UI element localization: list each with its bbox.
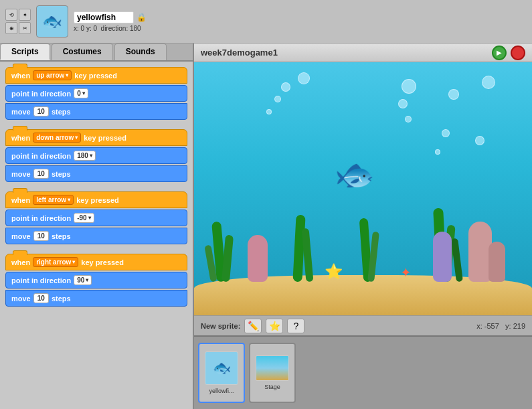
stage-canvas: ⭐ ✦ 🐟 xyxy=(194,62,532,315)
point-label-2: point in direction xyxy=(11,152,71,160)
sprite-coords: x: 0 y: 0 direction: 180 xyxy=(74,25,147,32)
key-dropdown-up[interactable]: up arrow xyxy=(33,70,72,80)
coral-purple xyxy=(433,232,452,282)
left-panel: Scripts Costumes Sounds when up arrow ke… xyxy=(0,44,194,409)
icon-btn-3[interactable]: ⊕ xyxy=(5,22,17,34)
main-content: Scripts Costumes Sounds when up arrow ke… xyxy=(0,44,532,409)
new-sprite-label: New sprite: xyxy=(201,322,240,330)
lock-icon: 🔒 xyxy=(137,13,147,22)
tabs: Scripts Costumes Sounds xyxy=(0,44,193,62)
point-direction-down[interactable]: point in direction 180 xyxy=(5,147,187,164)
move-label-2: move xyxy=(11,170,31,178)
sprite-card-stage[interactable]: Stage xyxy=(249,343,296,403)
dir-dropdown-up[interactable]: 0 xyxy=(74,88,88,98)
sprites-shelf: 🐟 yellowfi... Stage xyxy=(194,335,532,409)
bubble xyxy=(402,79,416,94)
bubble xyxy=(281,82,290,92)
coords-display: x: -557 y: 219 xyxy=(476,322,525,330)
y-coord: y: 219 xyxy=(505,322,525,330)
icon-btn-1[interactable]: ⟲ xyxy=(5,9,17,21)
starfish-right: ✦ xyxy=(400,264,412,280)
tab-sounds[interactable]: Sounds xyxy=(114,44,167,60)
random-sprite-button[interactable]: ? xyxy=(287,319,304,333)
coral-pink-left xyxy=(248,235,268,282)
script-group-left: when left arrow key pressed point in dir… xyxy=(5,191,187,244)
bubble xyxy=(442,129,450,137)
title-bar: week7demogame1 ▶ xyxy=(194,44,532,62)
icon-btn-4[interactable]: ✂ xyxy=(19,22,31,34)
steps-val-left[interactable]: 10 xyxy=(33,231,49,241)
green-flag-button[interactable]: ▶ xyxy=(492,46,507,60)
key-pressed-label-3: key pressed xyxy=(76,196,119,204)
move-down[interactable]: move 10 steps xyxy=(5,165,187,182)
key-dropdown-right[interactable]: right arrow xyxy=(33,257,78,267)
when-right-block[interactable]: when right arrow key pressed xyxy=(5,254,187,270)
move-label-3: move xyxy=(11,232,31,240)
paint-sprite-button[interactable]: ✏️ xyxy=(244,319,262,333)
steps-val-down[interactable]: 10 xyxy=(33,169,49,179)
when-down-block[interactable]: when down arrow key pressed xyxy=(5,129,187,146)
sprite-card-label-yellowfish: yellowfi... xyxy=(209,388,234,394)
bubble xyxy=(398,99,408,108)
when-up-block[interactable]: when up arrow key pressed xyxy=(5,67,187,84)
bubble xyxy=(266,109,272,114)
when-label-1: when xyxy=(11,72,30,80)
script-group-down: when down arrow key pressed point in dir… xyxy=(5,129,187,182)
dir-dropdown-left[interactable]: -90 xyxy=(74,213,94,223)
sprite-card-img-yellowfish: 🐟 xyxy=(205,351,238,385)
right-panel: week7demogame1 ▶ xyxy=(194,44,532,409)
when-label-2: when xyxy=(11,134,30,142)
point-label-3: point in direction xyxy=(11,214,71,222)
title-controls: ▶ xyxy=(492,46,525,60)
steps-val-up[interactable]: 10 xyxy=(33,106,49,116)
steps-val-right[interactable]: 10 xyxy=(33,293,49,303)
move-up[interactable]: move 10 steps xyxy=(5,103,187,120)
scripts-area: when up arrow key pressed point in direc… xyxy=(0,62,193,409)
x-coord: x: -557 xyxy=(476,322,499,330)
bubble xyxy=(405,116,412,122)
move-right[interactable]: move 10 steps xyxy=(5,290,187,307)
stage-card-label: Stage xyxy=(264,384,280,390)
bubble xyxy=(448,89,459,100)
move-label-4: move xyxy=(11,295,31,303)
point-label-1: point in direction xyxy=(11,90,71,98)
script-group-up: when up arrow key pressed point in direc… xyxy=(5,67,187,120)
point-direction-right[interactable]: point in direction 90 xyxy=(5,272,187,289)
stage-card-img xyxy=(256,355,289,381)
top-bar: ⟲ ✦ ⊕ ✂ 🐟 yellowfish 🔒 x: 0 y: 0 directi… xyxy=(0,0,532,44)
point-direction-left[interactable]: point in direction -90 xyxy=(5,210,187,226)
move-left[interactable]: move 10 steps xyxy=(5,228,187,244)
point-direction-up[interactable]: point in direction 0 xyxy=(5,85,187,102)
key-dropdown-left[interactable]: left arrow xyxy=(33,195,74,205)
script-group-right: when right arrow key pressed point in di… xyxy=(5,254,187,307)
dir-dropdown-down[interactable]: 180 xyxy=(74,151,96,161)
when-label-3: when xyxy=(11,196,30,204)
when-label-4: when xyxy=(11,258,30,266)
key-dropdown-down[interactable]: down arrow xyxy=(33,133,81,143)
point-label-4: point in direction xyxy=(11,276,71,284)
stop-button[interactable] xyxy=(511,46,525,60)
icon-btn-2[interactable]: ✦ xyxy=(19,9,31,21)
key-pressed-label-4: key pressed xyxy=(81,258,124,266)
steps-label-2: steps xyxy=(52,170,71,178)
tab-costumes[interactable]: Costumes xyxy=(52,44,113,60)
upload-sprite-button[interactable]: ⭐ xyxy=(266,319,283,333)
key-pressed-label-2: key pressed xyxy=(84,134,126,142)
sprite-card-yellowfish[interactable]: 🐟 yellowfi... xyxy=(198,343,245,403)
bubble xyxy=(274,96,281,102)
yellowfish-sprite: 🐟 xyxy=(335,156,375,193)
sprite-thumbnail: 🐟 xyxy=(36,5,68,37)
sprite-name-input[interactable]: yellowfish xyxy=(74,11,134,23)
stage-bottom-bar: New sprite: ✏️ ⭐ ? x: -557 y: 219 xyxy=(194,315,532,335)
tab-scripts[interactable]: Scripts xyxy=(0,44,50,60)
steps-label-4: steps xyxy=(52,295,71,303)
move-label-1: move xyxy=(11,108,31,116)
bubble xyxy=(482,76,495,89)
scene: ⭐ ✦ 🐟 xyxy=(194,62,532,315)
dir-dropdown-right[interactable]: 90 xyxy=(74,275,92,285)
key-pressed-label-1: key pressed xyxy=(74,72,117,80)
when-left-block[interactable]: when left arrow key pressed xyxy=(5,191,187,208)
steps-label-1: steps xyxy=(52,108,71,116)
steps-label-3: steps xyxy=(52,232,71,240)
bubble xyxy=(298,72,310,84)
